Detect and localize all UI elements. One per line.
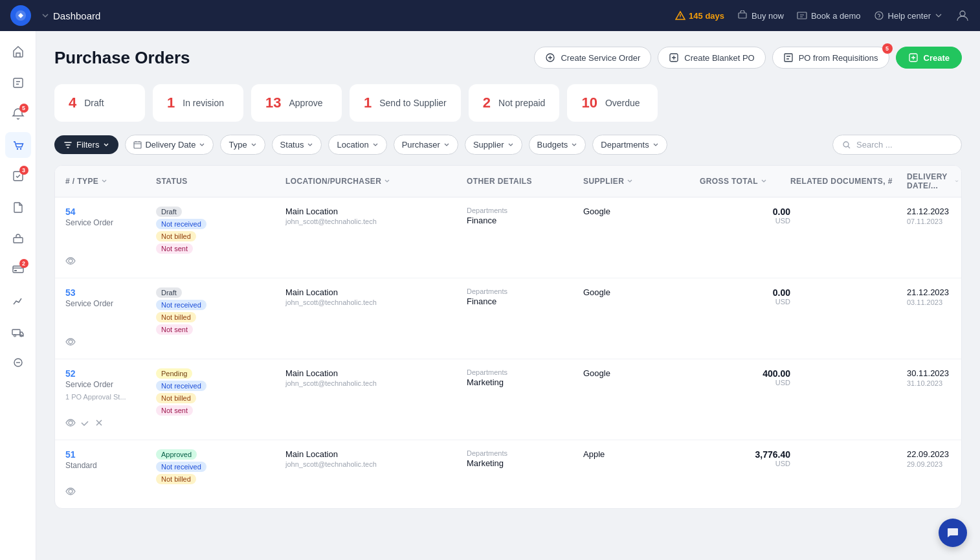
po-number-51[interactable]: 51 bbox=[65, 449, 156, 460]
table-row: 51 Standard Approved Not received Not bi… bbox=[55, 440, 961, 508]
po-amount-51: 3,776.40 USD bbox=[700, 449, 790, 467]
page-actions: Create Service Order Create Blanket PO P… bbox=[534, 47, 962, 69]
table-row: 54 Service Order Draft Not received Not … bbox=[55, 197, 961, 278]
po-supplier-52: Google bbox=[583, 368, 700, 378]
user-avatar[interactable] bbox=[955, 8, 970, 23]
status-card-draft[interactable]: 4 Draft bbox=[54, 84, 145, 122]
status-card-overdue[interactable]: 10 Overdue bbox=[567, 84, 658, 122]
po-details-52: Departments Marketing bbox=[467, 368, 583, 387]
po-dates-54: 21.12.2023 07.11.2023 bbox=[907, 207, 959, 225]
svg-point-24 bbox=[69, 340, 72, 344]
svg-rect-3 bbox=[797, 12, 807, 19]
search-box[interactable]: Search ... bbox=[832, 135, 962, 155]
sidebar-icon-analytics[interactable] bbox=[5, 287, 31, 313]
tag-not-sent: Not sent bbox=[156, 324, 193, 335]
svg-point-6 bbox=[960, 11, 965, 16]
po-supplier-53: Google bbox=[583, 287, 700, 297]
main-content: Purchase Orders Create Service Order Cre… bbox=[36, 31, 980, 560]
approve-icon-52[interactable] bbox=[80, 418, 90, 431]
po-type-52: Service Order bbox=[65, 380, 156, 389]
po-actions-54 bbox=[65, 256, 156, 269]
budgets-filter[interactable]: Budgets bbox=[529, 135, 586, 155]
status-card-in-revision[interactable]: 1 In revision bbox=[153, 84, 243, 122]
svg-point-22 bbox=[843, 142, 849, 147]
tag-not-received: Not received bbox=[156, 462, 206, 472]
create-button[interactable]: Create bbox=[896, 47, 962, 69]
sidebar-icon-payments[interactable]: 2 bbox=[5, 256, 31, 282]
po-tags-53: Draft Not received Not billed Not sent bbox=[156, 287, 285, 337]
chat-bubble[interactable] bbox=[939, 519, 967, 547]
status-card-send-to-supplier[interactable]: 1 Send to Supplier bbox=[350, 84, 461, 122]
svg-point-23 bbox=[69, 259, 72, 263]
po-number-53[interactable]: 53 bbox=[65, 287, 156, 298]
po-details-53: Departments Finance bbox=[467, 287, 583, 306]
reject-icon-52[interactable] bbox=[94, 418, 104, 431]
departments-filter[interactable]: Departments bbox=[592, 135, 667, 155]
col-supplier[interactable]: Supplier bbox=[583, 172, 700, 190]
create-blanket-po-button[interactable]: Create Blanket PO bbox=[658, 47, 765, 69]
svg-rect-21 bbox=[134, 142, 141, 148]
tag-pending: Pending bbox=[156, 368, 192, 379]
app-logo[interactable] bbox=[10, 5, 31, 26]
dashboard-nav[interactable]: Dashboard bbox=[41, 10, 100, 21]
sidebar-icon-orders[interactable] bbox=[5, 70, 31, 96]
po-from-requisitions-button[interactable]: PO from Requisitions 5 bbox=[772, 47, 889, 69]
svg-point-26 bbox=[69, 489, 72, 493]
col-other-details: Other Details bbox=[467, 172, 583, 190]
status-card-approve[interactable]: 13 Approve bbox=[251, 84, 342, 122]
view-icon-52[interactable] bbox=[65, 418, 76, 431]
po-tags-51: Approved Not received Not billed bbox=[156, 449, 285, 486]
tag-not-billed: Not billed bbox=[156, 393, 196, 403]
sidebar-icon-logistics[interactable] bbox=[5, 319, 31, 344]
tag-not-billed: Not billed bbox=[156, 312, 196, 322]
po-amount-53: 0.00 USD bbox=[700, 287, 790, 306]
tag-not-billed: Not billed bbox=[156, 231, 196, 241]
col-number-type[interactable]: # / Type bbox=[65, 172, 156, 190]
alert-days[interactable]: 145 days bbox=[675, 10, 724, 21]
page-title: Purchase Orders bbox=[54, 48, 190, 68]
view-icon-53[interactable] bbox=[65, 337, 76, 350]
svg-point-15 bbox=[14, 335, 16, 337]
sidebar-icon-settings[interactable] bbox=[5, 350, 31, 375]
view-icon-51[interactable] bbox=[65, 486, 76, 499]
type-filter[interactable]: Type bbox=[220, 135, 265, 155]
top-navigation: Dashboard 145 days Buy now Book a demo bbox=[0, 0, 980, 31]
purchaser-filter[interactable]: Purchaser bbox=[394, 135, 458, 155]
col-gross-total[interactable]: Gross Total bbox=[700, 172, 790, 190]
supplier-filter[interactable]: Supplier bbox=[465, 135, 522, 155]
sidebar-icon-notifications[interactable]: 5 bbox=[5, 101, 31, 127]
table-row: 53 Service Order Draft Not received Not … bbox=[55, 278, 961, 359]
help-center-btn[interactable]: Help center bbox=[874, 10, 942, 21]
col-delivery-date[interactable]: Delivery Date/... bbox=[907, 172, 959, 190]
buy-now-btn[interactable]: Buy now bbox=[737, 10, 784, 21]
approval-text-52: 1 PO Approval St... bbox=[65, 393, 156, 401]
view-icon-54[interactable] bbox=[65, 256, 76, 269]
sidebar-icon-docs[interactable] bbox=[5, 194, 31, 220]
status-filter[interactable]: Status bbox=[272, 135, 322, 155]
location-filter[interactable]: Location bbox=[328, 135, 386, 155]
sidebar-icon-inventory[interactable] bbox=[5, 225, 31, 251]
svg-rect-2 bbox=[739, 13, 746, 18]
po-location-51: Main Location john_scott@technaholic.tec… bbox=[285, 449, 467, 468]
po-actions-52 bbox=[65, 418, 156, 431]
table-header: # / Type Status Location/Purchaser Other… bbox=[55, 166, 961, 197]
svg-point-1 bbox=[680, 17, 681, 18]
delivery-date-filter[interactable]: Delivery Date bbox=[125, 135, 214, 155]
tag-not-sent: Not sent bbox=[156, 405, 193, 416]
sidebar-icon-home[interactable] bbox=[5, 39, 31, 65]
col-location-purchaser[interactable]: Location/Purchaser bbox=[285, 172, 467, 190]
po-id-type-52: 52 Service Order 1 PO Approval St... bbox=[65, 368, 156, 401]
po-location-53: Main Location john_scott@technaholic.tec… bbox=[285, 287, 467, 306]
filters-button[interactable]: Filters bbox=[54, 135, 118, 154]
po-supplier-54: Google bbox=[583, 207, 700, 216]
col-status: Status bbox=[156, 172, 285, 190]
po-number-54[interactable]: 54 bbox=[65, 207, 156, 217]
status-card-not-prepaid[interactable]: 2 Not prepaid bbox=[469, 84, 560, 122]
book-demo-btn[interactable]: Book a demo bbox=[797, 10, 861, 21]
sidebar-icon-checklist[interactable]: 3 bbox=[5, 163, 31, 189]
sidebar: 5 3 2 bbox=[0, 31, 36, 560]
create-service-order-button[interactable]: Create Service Order bbox=[534, 47, 651, 69]
po-number-52[interactable]: 52 bbox=[65, 368, 156, 379]
sidebar-icon-purchase[interactable] bbox=[5, 132, 31, 158]
tag-not-billed: Not billed bbox=[156, 474, 196, 484]
